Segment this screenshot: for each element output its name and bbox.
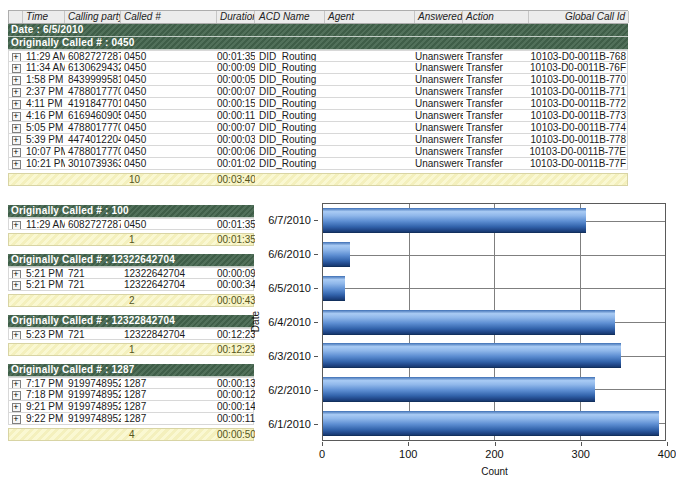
cell-time: 11:34 AM [23,62,65,73]
y-tick-text: 6/2/2010 [268,384,311,396]
cell-action: Transfer [463,86,529,97]
table-header-row: TimeCalling party #Called #DurationACD N… [8,10,628,24]
expand-row-button[interactable]: + [12,64,21,73]
x-axis-tick-labels: 0100200300400 [322,448,667,461]
cell-calling: 721 [65,268,121,278]
cell-calling: 6082727287 [65,219,121,229]
cell-answered: Unanswered [415,134,463,145]
expand-row-button[interactable]: + [12,221,21,229]
summary-count: 1 [121,344,217,355]
expand-row-button[interactable]: + [12,270,21,278]
table-row: +10:07 PM4788017770045000:00:06DID_Routi… [8,146,628,158]
y-tick-mark [314,254,318,255]
cell-answered: Unanswered [415,158,463,169]
expand-cell: + [9,146,23,157]
x-tick-mark [322,442,323,446]
cell-time: 7:17 PM [23,378,65,388]
group-rows: +7:17 PM9199748952128700:00:13+7:18 PM91… [8,377,254,425]
expand-row-button[interactable]: + [12,415,21,424]
expand-cell: + [9,401,23,412]
y-tick-text: 6/4/2010 [268,316,311,328]
cell-time: 5:21 PM [23,279,65,290]
cell-calling: 9199748952 [65,378,121,388]
expand-row-button[interactable]: + [12,380,21,388]
cell-calling: 9199748952 [65,413,121,424]
expand-row-button[interactable]: + [12,100,21,109]
cell-time: 9:21 PM [23,401,65,412]
cell-global-id: 10103-D0-0011B-774 [529,122,629,133]
cell-action: Transfer [463,51,529,61]
cell-called: 12322642704 [121,279,217,290]
expand-row-button[interactable]: + [12,281,21,290]
expand-row-button[interactable]: + [12,76,21,85]
cell-answered: Unanswered [415,62,463,73]
expand-row-button[interactable]: + [12,331,21,339]
table-row: +4:11 PM4191847701045000:00:15DID_Routin… [8,98,628,110]
expand-row-button[interactable]: + [12,148,21,157]
expand-cell: + [9,329,23,339]
chart-category-row [323,373,665,407]
cell-answered: Unanswered [415,51,463,61]
expand-row-button[interactable]: + [12,403,21,412]
group-section: Originally Called # : 100+11:29 AM608272… [8,205,254,246]
cell-calling: 9199748952 [65,401,121,412]
y-tick-mark [314,322,318,323]
cell-called: 12322842704 [121,329,217,339]
expand-cell: + [9,279,23,290]
table-row: +7:18 PM9199748952128700:00:12 [8,389,254,401]
cell-called: 0450 [121,98,217,109]
chart-plot-area [322,203,666,441]
y-tick-label: 6/5/2010 [248,271,318,305]
y-tick-label: 6/3/2010 [248,339,318,373]
expand-row-button[interactable]: + [12,136,21,145]
y-tick-text: 6/5/2010 [268,282,311,294]
cell-duration: 00:00:15 [217,98,255,109]
h-gridline [323,288,665,289]
cell-duration: 00:00:09 [217,62,255,73]
summary-row: 100:01:35 [8,233,254,246]
y-tick-text: 6/6/2010 [268,248,311,260]
cell-acd: DID_Routing [255,62,325,73]
cell-acd: DID_Routing [255,86,325,97]
table-row: +5:23 PM7211232284270400:12:23 [8,328,254,340]
group-header-bar: Originally Called # : 12322842704 [8,315,254,328]
cell-answered: Unanswered [415,98,463,109]
cell-calling: 6130629432 [65,62,121,73]
table-row: +11:34 AM6130629432045000:00:09DID_Routi… [8,62,628,74]
group-sections-list: Originally Called # : 100+11:29 AM608272… [8,205,254,449]
cell-called: 0450 [121,158,217,169]
cell-duration: 00:00:07 [217,122,255,133]
y-tick-mark [314,390,318,391]
cell-action: Transfer [463,98,529,109]
x-tick-label: 0 [319,448,325,460]
cell-called: 1287 [121,413,217,424]
chart-bar [323,208,586,233]
expand-row-button[interactable]: + [12,112,21,121]
expand-row-button[interactable]: + [12,53,21,61]
expand-row-button[interactable]: + [12,160,21,169]
summary-row: 200:00:43 [8,294,254,307]
y-tick-mark [314,288,318,289]
expand-cell: + [9,134,23,145]
expand-row-button[interactable]: + [12,88,21,97]
x-tick-label: 100 [399,448,417,460]
summary-count: 4 [121,429,217,440]
cell-action: Transfer [463,158,529,169]
expand-row-button[interactable]: + [12,391,21,400]
cell-answered: Unanswered [415,74,463,85]
table-row: +9:21 PM9199748952128700:00:14 [8,401,254,413]
x-tick-mark [408,442,409,446]
cell-action: Transfer [463,134,529,145]
cell-called: 1287 [121,389,217,400]
expand-row-button[interactable]: + [12,124,21,133]
table-row: +11:29 AM6082727287045000:01:35 [8,218,254,230]
cell-agent [325,146,415,157]
cell-time: 11:29 AM [23,219,65,229]
cell-called: 0450 [121,62,217,73]
cell-time: 5:23 PM [23,329,65,339]
expand-cell: + [9,86,23,97]
cell-agent [325,51,415,61]
table-row: +5:21 PM7211232264270400:00:34 [8,279,254,291]
group-header-bar: Originally Called # : 1287 [8,364,254,377]
cell-global-id: 10103-D0-0011B-772 [529,98,629,109]
